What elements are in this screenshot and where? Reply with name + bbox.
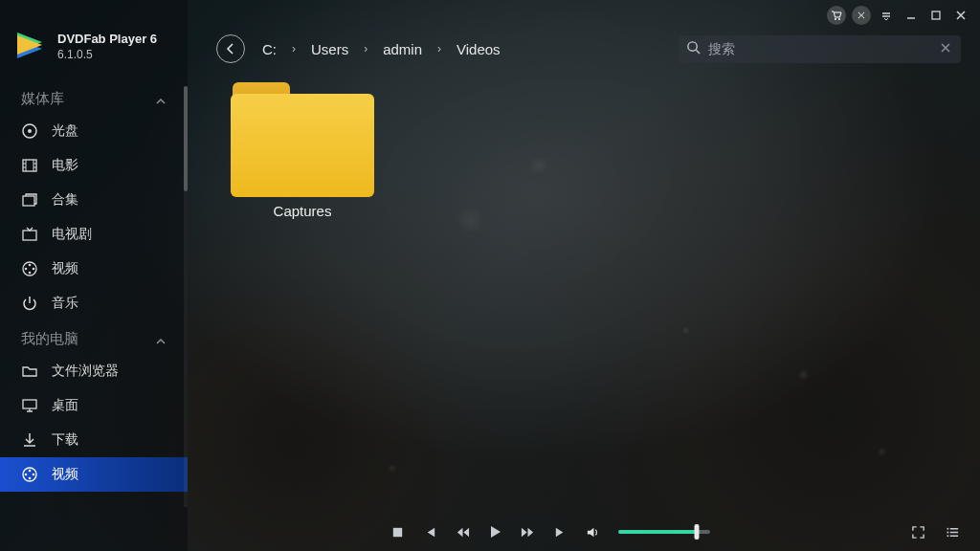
collection-icon: [21, 191, 38, 209]
search-icon: [686, 40, 701, 58]
svg-rect-10: [23, 400, 36, 408]
cart-button[interactable]: [827, 6, 846, 25]
sidebar-item-tv[interactable]: 电视剧: [0, 217, 188, 252]
svg-point-16: [688, 41, 697, 50]
chevron-up-icon: [155, 94, 167, 105]
svg-rect-2: [23, 160, 36, 171]
sidebar-item-downloads[interactable]: 下载: [0, 423, 188, 457]
app-brand: DVDFab Player 6 6.1.0.5: [0, 0, 188, 80]
breadcrumb-seg[interactable]: Users: [311, 41, 348, 57]
chevron-right-icon: ›: [364, 42, 368, 55]
back-button[interactable]: [216, 34, 245, 63]
breadcrumb-seg[interactable]: Videos: [457, 41, 501, 57]
playlist-button[interactable]: [936, 516, 969, 548]
svg-point-9: [29, 272, 32, 275]
folder-item[interactable]: Captures: [216, 82, 389, 219]
folder-icon: [231, 82, 374, 197]
chevron-right-icon: ›: [437, 42, 441, 55]
sidebar-section-mycomputer[interactable]: 我的电脑: [0, 320, 188, 354]
film-icon: [21, 157, 38, 174]
sidebar-item-videos-folder[interactable]: 视频: [0, 457, 188, 492]
svg-rect-19: [932, 11, 940, 19]
sidebar-item-label: 电视剧: [52, 226, 92, 243]
folder-icon: [21, 363, 38, 380]
section-title: 媒体库: [21, 90, 64, 108]
folder-grid: Captures: [188, 71, 980, 551]
minimize-button[interactable]: [902, 6, 921, 25]
sidebar-item-file-browser[interactable]: 文件浏览器: [0, 354, 188, 388]
power-icon: [21, 295, 38, 312]
svg-point-7: [25, 268, 28, 271]
app-title: DVDFab Player 6: [57, 32, 157, 46]
svg-point-13: [25, 474, 28, 476]
sidebar-item-label: 下载: [52, 431, 78, 449]
breadcrumb-seg[interactable]: C:: [262, 41, 277, 57]
clear-search-icon[interactable]: [938, 40, 953, 57]
sidebar-item-videos[interactable]: 视频: [0, 252, 188, 286]
sidebar-item-label: 音乐: [52, 295, 78, 312]
svg-point-23: [947, 535, 948, 537]
svg-rect-3: [23, 196, 34, 206]
search-input[interactable]: [701, 41, 938, 56]
window-controls: [827, 6, 970, 25]
disc-icon: [21, 122, 38, 140]
svg-point-12: [29, 470, 32, 473]
sidebar-item-disc[interactable]: 光盘: [0, 114, 188, 148]
sidebar-item-label: 桌面: [52, 397, 78, 414]
svg-point-14: [33, 474, 35, 476]
svg-point-1: [28, 129, 32, 133]
svg-point-22: [947, 531, 948, 533]
svg-point-21: [947, 527, 948, 529]
chevron-right-icon: ›: [292, 42, 296, 55]
brand-button[interactable]: [852, 6, 871, 25]
sidebar: DVDFab Player 6 6.1.0.5 媒体库 光盘 电影 合集 电视剧: [0, 0, 188, 551]
svg-point-15: [29, 477, 32, 480]
app-logo-icon: [13, 29, 48, 63]
sidebar-item-label: 合集: [52, 191, 78, 209]
svg-point-8: [33, 268, 35, 271]
play-button[interactable]: [479, 516, 511, 548]
sidebar-item-movies[interactable]: 电影: [0, 148, 188, 183]
next-track-button[interactable]: [544, 516, 576, 548]
svg-point-17: [835, 18, 836, 20]
svg-rect-4: [23, 231, 36, 240]
maximize-button[interactable]: [926, 6, 946, 25]
chevron-up-icon: [155, 334, 167, 345]
sidebar-section-media[interactable]: 媒体库: [0, 80, 188, 114]
prev-track-button[interactable]: [413, 516, 446, 548]
volume-button[interactable]: [576, 516, 609, 548]
sidebar-item-label: 视频: [52, 466, 78, 483]
rewind-button[interactable]: [446, 516, 479, 548]
fullscreen-button[interactable]: [902, 516, 934, 548]
sidebar-item-desktop[interactable]: 桌面: [0, 388, 188, 423]
svg-rect-20: [392, 527, 401, 536]
section-title: 我的电脑: [21, 330, 78, 348]
sidebar-item-label: 光盘: [52, 122, 78, 140]
fastforward-button[interactable]: [511, 516, 544, 548]
sidebar-item-collections[interactable]: 合集: [0, 183, 188, 217]
volume-slider[interactable]: [618, 530, 710, 534]
search-box[interactable]: [679, 35, 961, 63]
sidebar-item-label: 视频: [52, 260, 78, 277]
tv-icon: [21, 226, 38, 243]
app-version: 6.1.0.5: [57, 48, 157, 61]
menu-button[interactable]: [877, 6, 896, 25]
player-bar: [188, 513, 980, 551]
sidebar-item-label: 文件浏览器: [52, 363, 119, 380]
sidebar-item-label: 电影: [52, 157, 78, 174]
svg-point-18: [838, 18, 840, 20]
reel-icon: [21, 260, 38, 277]
folder-label: Captures: [216, 203, 389, 219]
breadcrumb: C: › Users › admin › Videos: [262, 41, 501, 57]
svg-point-6: [29, 264, 32, 267]
stop-button[interactable]: [381, 516, 413, 548]
desktop-icon: [21, 397, 38, 414]
download-icon: [21, 431, 38, 449]
breadcrumb-seg[interactable]: admin: [383, 41, 422, 57]
sidebar-item-music[interactable]: 音乐: [0, 286, 188, 320]
reel-icon: [21, 466, 38, 483]
main-area: C: › Users › admin › Videos: [188, 0, 980, 551]
close-button[interactable]: [951, 6, 970, 25]
